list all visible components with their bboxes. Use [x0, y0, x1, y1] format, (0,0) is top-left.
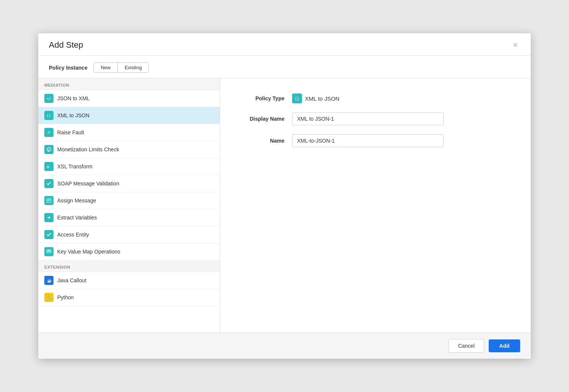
policy-type-display: {} XML to JSON: [292, 93, 339, 103]
mediation-section-header: MEDIATION: [38, 78, 220, 90]
list-item-monetization[interactable]: $ Monetization Limits Check: [38, 141, 220, 158]
dialog-footer: Cancel Add: [38, 333, 531, 359]
left-panel: MEDIATION </> JSON to XML {} XML to JSON: [38, 78, 220, 333]
list-item-extract-variables[interactable]: Extract Variables: [38, 209, 220, 226]
python-icon: 🐍: [44, 293, 53, 302]
name-label: Name: [239, 138, 284, 144]
java-callout-icon: ☕: [44, 276, 53, 285]
display-name-row: Display Name: [239, 112, 512, 125]
policy-instance-label: Policy Instance: [49, 65, 88, 71]
svg-text:$: $: [48, 148, 50, 152]
close-button[interactable]: ×: [511, 40, 520, 50]
svg-text:{}: {}: [295, 96, 299, 101]
svg-point-9: [50, 233, 51, 234]
toggle-existing-button[interactable]: Existing: [118, 63, 149, 72]
xml-to-json-icon: {}: [44, 111, 53, 120]
name-input[interactable]: [292, 134, 444, 147]
access-entity-label: Access Entity: [57, 232, 89, 238]
python-label: Python: [57, 294, 74, 300]
xsl-transform-icon: ⊞: [44, 162, 53, 171]
soap-validation-icon: [44, 179, 53, 188]
svg-text:{}: {}: [47, 114, 51, 118]
name-row: Name: [239, 134, 512, 147]
list-item-raise-fault[interactable]: ↗ Raise Fault: [38, 124, 220, 141]
svg-rect-11: [47, 252, 51, 253]
svg-text:↗: ↗: [47, 130, 50, 135]
key-value-map-icon: [44, 247, 53, 256]
policy-type-row: Policy Type {} XML to JSON: [239, 93, 512, 103]
policy-type-label: Policy Type: [239, 95, 284, 101]
json-to-xml-icon: </>: [44, 94, 53, 103]
json-to-xml-label: JSON to XML: [57, 95, 90, 101]
list-item-json-to-xml[interactable]: </> JSON to XML: [38, 90, 220, 107]
access-entity-icon: [44, 230, 53, 239]
extension-section-header: EXTENSION: [38, 260, 220, 272]
list-item-python[interactable]: 🐍 Python: [38, 289, 220, 306]
list-item-java-callout[interactable]: ☕ Java Callout: [38, 272, 220, 289]
list-item-xml-to-json[interactable]: {} XML to JSON: [38, 107, 220, 124]
policy-instance-bar: Policy Instance New Existing: [38, 56, 531, 78]
xml-to-json-label: XML to JSON: [57, 112, 89, 118]
raise-fault-label: Raise Fault: [57, 129, 84, 135]
java-callout-label: Java Callout: [57, 277, 86, 283]
svg-text:⊞: ⊞: [47, 165, 50, 169]
add-button[interactable]: Add: [489, 339, 520, 352]
right-panel: Policy Type {} XML to JSON Display Name …: [220, 78, 531, 333]
add-step-dialog: Add Step × Policy Instance New Existing …: [38, 33, 531, 359]
toggle-group: New Existing: [94, 62, 149, 73]
key-value-map-label: Key Value Map Operations: [57, 249, 120, 255]
dialog-body: MEDIATION </> JSON to XML {} XML to JSON: [38, 78, 531, 333]
svg-text:</>: </>: [47, 96, 52, 101]
svg-text:🐍: 🐍: [47, 295, 52, 300]
monetization-label: Monetization Limits Check: [57, 146, 119, 152]
toggle-new-button[interactable]: New: [94, 63, 118, 72]
cancel-button[interactable]: Cancel: [449, 339, 484, 353]
display-name-label: Display Name: [239, 116, 284, 122]
list-item-xsl-transform[interactable]: ⊞ XSL Transform: [38, 158, 220, 175]
svg-text:☕: ☕: [47, 278, 52, 283]
raise-fault-icon: ↗: [44, 128, 53, 137]
extract-variables-label: Extract Variables: [57, 215, 97, 221]
policy-type-value: XML to JSON: [305, 95, 339, 102]
assign-message-icon: [44, 196, 53, 205]
display-name-input[interactable]: [292, 112, 444, 125]
dialog-title: Add Step: [49, 40, 83, 50]
list-item-assign-message[interactable]: Assign Message: [38, 192, 220, 209]
soap-validation-label: SOAP Message Validation: [57, 180, 119, 187]
list-item-key-value-map[interactable]: Key Value Map Operations: [38, 243, 220, 260]
list-item-soap-validation[interactable]: SOAP Message Validation: [38, 175, 220, 192]
dialog-header: Add Step ×: [38, 33, 531, 56]
list-item-access-entity[interactable]: Access Entity: [38, 226, 220, 243]
xsl-transform-label: XSL Transform: [57, 163, 92, 170]
extract-variables-icon: [44, 213, 53, 222]
policy-type-icon: {}: [292, 93, 302, 103]
monetization-icon: $: [44, 145, 53, 154]
assign-message-label: Assign Message: [57, 198, 96, 204]
